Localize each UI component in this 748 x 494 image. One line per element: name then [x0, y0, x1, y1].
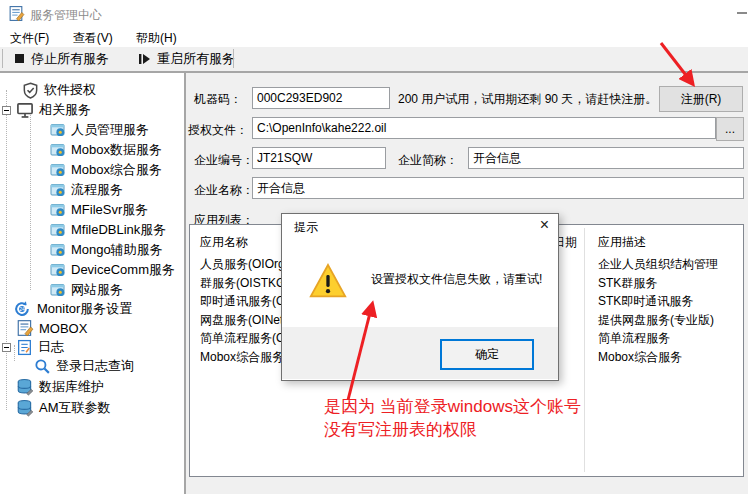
service-gear-icon: [50, 222, 66, 238]
company-code-field[interactable]: JT21SQW: [252, 147, 386, 169]
database-wrench-icon: [16, 399, 34, 417]
dialog-message: 设置授权文件信息失败，请重试!: [371, 271, 542, 288]
register-button[interactable]: 注册(R): [659, 86, 743, 112]
message-dialog: 提示 × 设置授权文件信息失败，请重试! 确定: [281, 213, 559, 381]
tree-item-software-license[interactable]: 软件授权: [22, 80, 96, 100]
tree-item-mobox-data-service[interactable]: Mobox数据服务: [50, 140, 162, 160]
window-title: 服务管理中心: [30, 7, 102, 24]
tree-item-workflow-service[interactable]: 流程服务: [50, 180, 123, 200]
service-gear-icon: [50, 182, 66, 198]
company-short-label: 企业简称：: [398, 152, 458, 169]
tree-item-logs[interactable]: 日志: [2, 337, 64, 357]
company-short-field[interactable]: 开合信息: [468, 147, 744, 169]
tree-item-related-services[interactable]: 相关服务: [2, 100, 91, 120]
toolbar-separator: [233, 49, 234, 68]
menu-bar: 文件(F) 查看(V) 帮助(H): [0, 27, 748, 47]
table-row-desc[interactable]: 企业人员组织结构管理: [598, 256, 718, 273]
service-gear-icon: [50, 162, 66, 178]
license-file-label: 授权文件：: [188, 122, 248, 139]
service-gear-icon: [50, 122, 66, 138]
dialog-title: 提示: [294, 219, 318, 236]
company-code-label: 企业编号：: [194, 152, 254, 169]
close-icon[interactable]: ×: [540, 216, 549, 234]
table-row-name[interactable]: 即时通讯服务(O: [200, 293, 285, 310]
monitor-icon: [16, 101, 34, 119]
tree-item-devicecomm-service[interactable]: DeviceComm服务: [50, 260, 175, 280]
license-file-field[interactable]: C:\OpenInfo\kahe222.oil: [252, 117, 716, 139]
company-name-label: 企业名称：: [194, 182, 254, 199]
collapse-icon[interactable]: [2, 106, 11, 115]
col-header-app-name[interactable]: 应用名称: [200, 234, 248, 251]
table-row-name[interactable]: 简单流程服务(O: [200, 330, 285, 347]
table-row-name[interactable]: 群服务(OISTKGr: [200, 275, 289, 292]
log-icon: [16, 339, 33, 356]
warning-icon: [309, 262, 347, 300]
tree-item-personnel-service[interactable]: 人员管理服务: [50, 120, 149, 140]
tree-item-mfiledblink-service[interactable]: MfileDBLink服务: [50, 220, 166, 240]
service-gear-icon: [50, 262, 66, 278]
mobox-window-icon: [16, 319, 34, 337]
table-row-desc[interactable]: STK即时通讯服务: [598, 293, 693, 310]
collapse-icon[interactable]: [2, 343, 11, 352]
toolbar: 停止所有服务 重启所有服务: [0, 47, 748, 73]
table-row-desc[interactable]: Mobox综合服务: [598, 349, 682, 366]
tree-item-mongo-service[interactable]: Mongo辅助服务: [50, 240, 163, 260]
stop-icon: [14, 53, 25, 64]
restart-icon: [138, 53, 151, 65]
tree-item-monitor-settings[interactable]: Monitor服务设置: [12, 299, 132, 319]
restart-all-services-button[interactable]: 重启所有服务: [130, 47, 243, 70]
service-gear-icon: [50, 142, 66, 158]
tree-item-website-service[interactable]: 网站服务: [50, 280, 123, 300]
table-row-name[interactable]: 人员服务(OIOrg: [200, 256, 285, 273]
sync-24-icon: [12, 300, 32, 318]
app-icon: [8, 5, 25, 22]
machine-code-field[interactable]: 000C293ED902: [252, 87, 390, 109]
company-name-field[interactable]: 开合信息: [252, 177, 744, 199]
table-row-desc[interactable]: STK群服务: [598, 275, 657, 292]
search-icon: [34, 358, 51, 375]
shield-check-icon: [22, 82, 39, 99]
table-row-name[interactable]: 网盘服务(OINet: [200, 312, 283, 329]
column-separator: [584, 228, 585, 472]
stop-all-services-button[interactable]: 停止所有服务: [6, 47, 117, 70]
tree-item-am-interlink-params[interactable]: AM互联参数: [16, 398, 111, 418]
tree-item-mobox-composite-service[interactable]: Mobox综合服务: [50, 160, 162, 180]
table-row-name[interactable]: Mobox综合服务(: [200, 349, 288, 366]
col-header-app-desc[interactable]: 应用描述: [598, 234, 646, 251]
service-tree: 软件授权 相关服务 人员管理服务 Mobox数据服务 Mobox综合服务 流程服…: [0, 73, 184, 494]
title-bar: 服务管理中心: [0, 0, 748, 27]
database-wrench-icon: [16, 378, 34, 396]
service-manager-window: 24: [0, 0, 748, 494]
tree-connector: [6, 90, 7, 410]
tree-item-mfilesvr-service[interactable]: MFileSvr服务: [50, 200, 148, 220]
toolbar-grip: [2, 49, 3, 68]
minimize-button[interactable]: [737, 12, 747, 14]
table-row-desc[interactable]: 提供网盘服务(专业版): [598, 312, 714, 329]
tree-connector: [30, 112, 31, 290]
tree-item-mobox[interactable]: MOBOX: [16, 318, 87, 338]
table-row-desc[interactable]: 简单流程服务: [598, 330, 670, 347]
service-gear-icon: [50, 202, 66, 218]
tree-item-database-maintenance[interactable]: 数据库维护: [16, 377, 104, 397]
service-gear-icon: [50, 242, 66, 258]
browse-button[interactable]: ...: [716, 117, 744, 141]
ok-button[interactable]: 确定: [440, 339, 534, 370]
service-gear-icon: [50, 282, 66, 298]
trial-status-text: 200 用户试用，试用期还剩 90 天，请赶快注册。: [398, 91, 657, 108]
dialog-footer: 确定: [282, 327, 558, 379]
machine-code-label: 机器码：: [194, 91, 242, 108]
annotation-text: 是因为 当前登录windows这个账号 没有写注册表的权限: [324, 395, 581, 441]
tree-item-login-log-query[interactable]: 登录日志查询: [34, 356, 134, 376]
